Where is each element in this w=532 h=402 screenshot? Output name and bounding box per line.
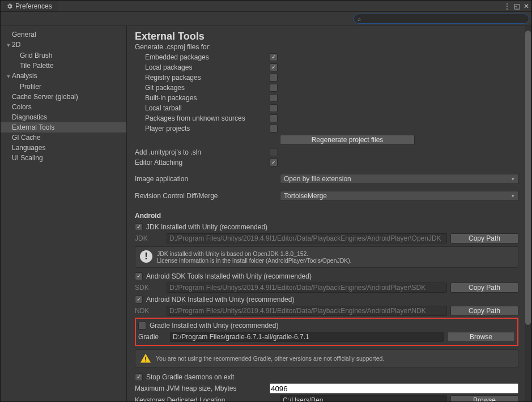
- ndk-path-input[interactable]: [167, 306, 447, 316]
- sidebar-item-general[interactable]: General: [1, 29, 126, 40]
- image-app-value: Open by file extension: [284, 175, 351, 183]
- csproj-checkbox[interactable]: ✓: [270, 63, 278, 71]
- android-header: Android: [135, 212, 518, 220]
- page-title: External Tools: [135, 31, 518, 42]
- sidebar-item-2d[interactable]: ▼2D: [1, 40, 126, 50]
- svg-rect-1: [145, 361, 146, 362]
- close-icon[interactable]: ✕: [524, 3, 529, 10]
- csproj-checkbox[interactable]: [270, 104, 278, 112]
- sidebar-item-label: UI Scaling: [12, 154, 43, 162]
- jdk-info-l1: JDK installed with Unity is based on Ope…: [157, 250, 352, 257]
- gradle-installed-checkbox[interactable]: [138, 322, 146, 330]
- regenerate-button[interactable]: Regenerate project files: [280, 135, 415, 145]
- main-panel: External Tools Generate .csproj files fo…: [127, 26, 531, 401]
- ndk-copy-button[interactable]: Copy Path: [450, 306, 518, 316]
- sidebar-item-label: 2D: [12, 41, 20, 49]
- ndk-installed-checkbox[interactable]: ✓: [135, 296, 143, 303]
- jdk-field-label: JDK: [135, 234, 163, 242]
- jdk-copy-button[interactable]: Copy Path: [450, 233, 518, 243]
- jdk-installed-checkbox[interactable]: ✓: [135, 223, 143, 231]
- diff-merge-label: Revision Control Diff/Merge: [135, 192, 280, 200]
- csproj-checkbox[interactable]: [270, 94, 278, 102]
- ndk-installed-label: Android NDK Installed with Unity (recomm…: [146, 296, 518, 303]
- sdk-path-input[interactable]: [167, 283, 447, 293]
- window-tab[interactable]: Preferences: [3, 1, 58, 11]
- sidebar-item-ui-scaling[interactable]: UI Scaling: [1, 153, 126, 163]
- ndk-field-label: NDK: [135, 307, 163, 315]
- sidebar-item-label: Cache Server (global): [12, 93, 78, 101]
- sidebar-item-colors[interactable]: Colors: [1, 102, 126, 112]
- gradle-browse-button[interactable]: Browse: [447, 332, 515, 342]
- sidebar-item-external-tools[interactable]: External Tools: [1, 122, 126, 132]
- scrollbar-thumb[interactable]: [525, 31, 531, 325]
- sidebar-item-label: External Tools: [12, 123, 54, 131]
- jdk-info-box: ! JDK installed with Unity is based on O…: [135, 246, 518, 268]
- gradle-warning-box: You are not using the recommended Gradle…: [135, 349, 518, 367]
- chevron-down-icon: ▾: [512, 193, 514, 199]
- search-input[interactable]: [363, 15, 525, 22]
- sidebar-item-profiler[interactable]: Profiler: [1, 82, 126, 92]
- chevron-down-icon: ▾: [512, 176, 514, 182]
- titlebar: Preferences ⋮ ◱ ✕: [1, 1, 531, 12]
- jdk-info-l2: License information is in the install fo…: [157, 257, 352, 264]
- editor-attaching-checkbox[interactable]: ✓: [270, 159, 278, 166]
- diff-merge-select[interactable]: TortoiseMerge ▾: [280, 191, 518, 201]
- csproj-label: Registry packages: [145, 74, 270, 82]
- editor-attaching-label: Editor Attaching: [135, 159, 270, 166]
- gradle-installed-label: Gradle Installed with Unity (recommended…: [150, 322, 515, 330]
- keystore-path-input[interactable]: [280, 395, 447, 401]
- sidebar-item-analysis[interactable]: ▼Analysis: [1, 71, 126, 82]
- keystore-browse-button[interactable]: Browse: [450, 395, 518, 401]
- jdk-path-input[interactable]: [167, 233, 447, 243]
- keystore-label: Keystores Dedicated Location: [135, 396, 276, 401]
- sidebar-item-label: GI Cache: [12, 134, 41, 142]
- sdk-field-label: SDK: [135, 284, 163, 292]
- sdk-installed-checkbox[interactable]: ✓: [135, 272, 143, 280]
- sidebar-item-label: Tile Palette: [20, 62, 54, 70]
- sidebar-item-grid-brush[interactable]: Grid Brush: [1, 50, 126, 61]
- sdk-copy-button[interactable]: Copy Path: [450, 283, 518, 293]
- sidebar-item-label: Languages: [12, 144, 45, 152]
- jvm-heap-input[interactable]: [270, 383, 518, 394]
- foldout-icon[interactable]: ▼: [5, 41, 12, 50]
- sidebar-item-label: Diagnostics: [12, 113, 47, 121]
- csproj-label: Packages from unknown sources: [145, 114, 270, 122]
- sidebar: General▼2DGrid BrushTile Palette▼Analysi…: [1, 26, 127, 401]
- add-unityproj-checkbox: [270, 148, 278, 156]
- csproj-label: Git packages: [145, 84, 270, 92]
- csproj-header: Generate .csproj files for:: [135, 43, 518, 51]
- sidebar-item-tile-palette[interactable]: Tile Palette: [1, 61, 126, 71]
- csproj-checkbox[interactable]: [270, 84, 278, 92]
- search-bar: ⌕: [1, 12, 531, 26]
- csproj-label: Built-in packages: [145, 94, 270, 102]
- csproj-label: Local packages: [145, 63, 270, 71]
- foldout-icon[interactable]: ▼: [5, 72, 12, 81]
- sidebar-item-gi-cache[interactable]: GI Cache: [1, 132, 126, 143]
- gradle-highlight: Gradle Installed with Unity (recommended…: [135, 318, 518, 346]
- scrollbar[interactable]: [525, 26, 531, 401]
- sidebar-item-label: Profiler: [20, 83, 41, 91]
- image-app-select[interactable]: Open by file extension ▾: [280, 174, 518, 184]
- csproj-checkbox[interactable]: [270, 114, 278, 122]
- sidebar-item-label: General: [12, 31, 36, 39]
- add-unityproj-label: Add .unityproj's to .sln: [135, 148, 270, 156]
- sidebar-item-label: Colors: [12, 103, 32, 111]
- sidebar-item-label: Grid Brush: [20, 52, 52, 59]
- kebab-icon[interactable]: ⋮: [504, 3, 510, 10]
- gradle-path-input[interactable]: [170, 332, 444, 342]
- preferences-window: Preferences ⋮ ◱ ✕ ⌕ General▼2DGrid Brush…: [0, 0, 532, 402]
- stop-daemons-checkbox[interactable]: ✓: [135, 373, 143, 381]
- gradle-warning-text: You are not using the recommended Gradle…: [156, 355, 384, 362]
- gradle-field-label: Gradle: [138, 333, 167, 341]
- csproj-label: Embedded packages: [145, 53, 270, 61]
- search-field-wrap[interactable]: ⌕: [354, 14, 529, 24]
- sidebar-item-cache-server-global-[interactable]: Cache Server (global): [1, 92, 126, 102]
- csproj-checkbox[interactable]: [270, 125, 278, 132]
- csproj-checkbox[interactable]: ✓: [270, 53, 278, 61]
- stop-daemons-label: Stop Gradle daemons on exit: [146, 373, 518, 381]
- csproj-checkbox[interactable]: [270, 74, 278, 82]
- sidebar-item-languages[interactable]: Languages: [1, 143, 126, 153]
- sidebar-item-diagnostics[interactable]: Diagnostics: [1, 112, 126, 122]
- popout-icon[interactable]: ◱: [514, 3, 520, 10]
- sidebar-item-label: Analysis: [12, 72, 37, 80]
